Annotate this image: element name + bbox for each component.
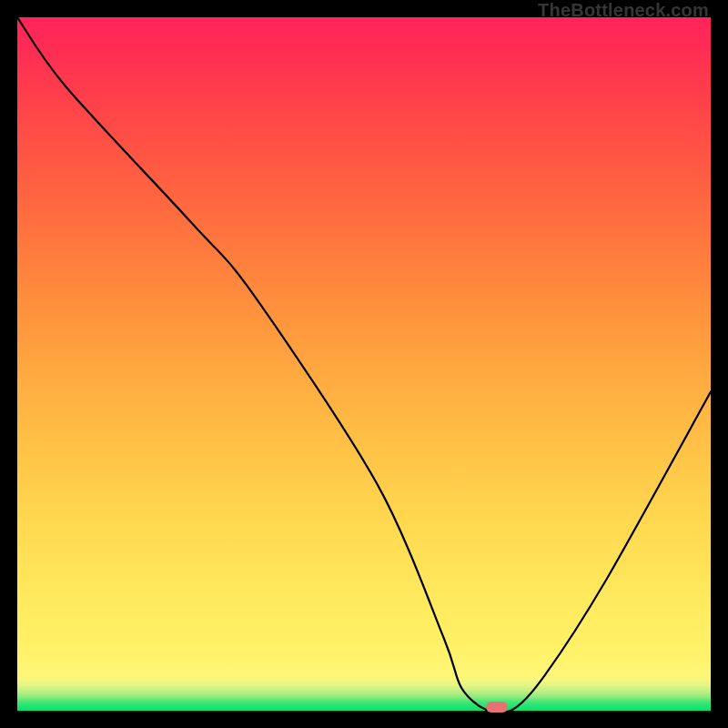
marker-pill — [486, 702, 508, 713]
plot-area — [17, 17, 711, 711]
chart-container: TheBottleneck.com — [0, 0, 728, 728]
bottleneck-curve — [17, 17, 711, 711]
line-overlay — [17, 17, 711, 711]
